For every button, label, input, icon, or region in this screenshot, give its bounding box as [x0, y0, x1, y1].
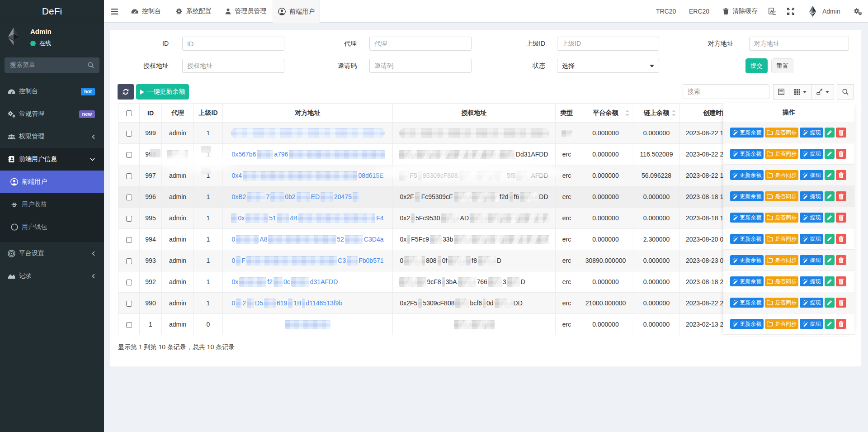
svg-text:A: A: [770, 9, 773, 14]
